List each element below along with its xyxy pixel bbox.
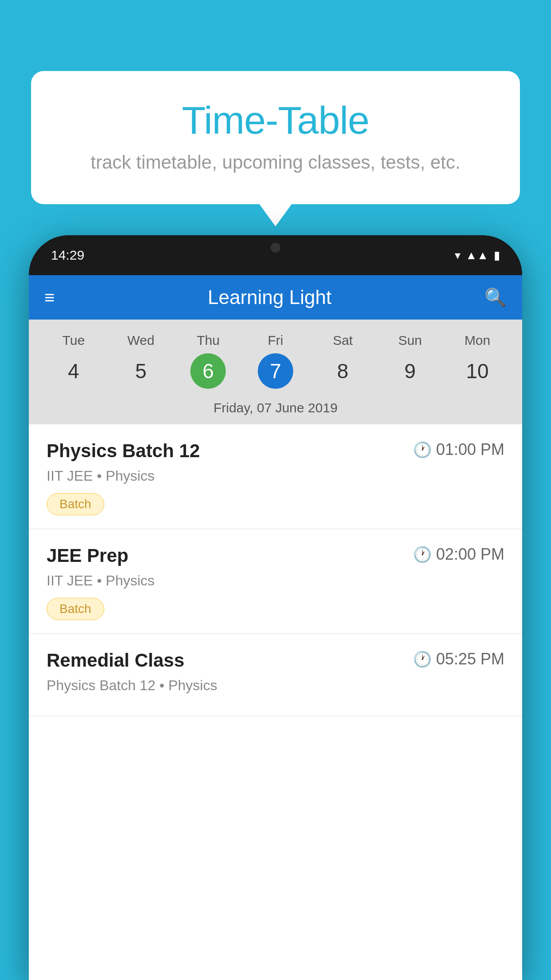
status-time: 14:29: [51, 248, 84, 263]
phone-screen: ≡ Learning Light 🔍 Tue4Wed5Thu6Fri7Sat8S…: [29, 275, 522, 980]
hamburger-icon[interactable]: ≡: [44, 288, 55, 306]
wifi-icon: ▾: [455, 249, 460, 262]
day-name: Fri: [268, 333, 283, 348]
day-name: Tue: [63, 333, 85, 348]
item-subtitle: IIT JEE • Physics: [47, 573, 504, 589]
time-text: 01:00 PM: [436, 440, 504, 459]
batch-badge: Batch: [47, 493, 104, 515]
item-title: JEE Prep: [47, 545, 128, 566]
day-number[interactable]: 5: [123, 353, 159, 389]
schedule-item[interactable]: JEE Prep🕐02:00 PMIIT JEE • PhysicsBatch: [29, 529, 522, 634]
item-subtitle: IIT JEE • Physics: [47, 468, 504, 484]
item-time: 🕐05:25 PM: [413, 650, 504, 668]
item-time: 🕐01:00 PM: [413, 440, 504, 459]
app-title: Learning Light: [68, 286, 471, 308]
day-name: Sun: [398, 333, 422, 348]
day-name: Mon: [464, 333, 490, 348]
item-subtitle: Physics Batch 12 • Physics: [47, 677, 504, 694]
schedule-item[interactable]: Remedial Class🕐05:25 PMPhysics Batch 12 …: [29, 634, 522, 716]
phone: 14:29 ▾ ▲▲ ▮ ≡ Learning Light 🔍 Tue4Wed5…: [29, 235, 522, 980]
day-col[interactable]: Mon10: [449, 333, 506, 389]
schedule-item-header: Physics Batch 12🕐01:00 PM: [47, 440, 504, 462]
time-text: 05:25 PM: [436, 650, 504, 668]
day-name: Thu: [197, 333, 220, 348]
schedule-item[interactable]: Physics Batch 12🕐01:00 PMIIT JEE • Physi…: [29, 424, 522, 529]
speech-bubble: Time-Table track timetable, upcoming cla…: [31, 71, 520, 204]
app-header: ≡ Learning Light 🔍: [29, 275, 522, 320]
day-col[interactable]: Tue4: [45, 333, 102, 389]
day-name: Sat: [333, 333, 353, 348]
camera: [271, 243, 280, 253]
day-col[interactable]: Sat8: [314, 333, 372, 389]
phone-notch: [240, 235, 311, 260]
schedule-list: Physics Batch 12🕐01:00 PMIIT JEE • Physi…: [29, 424, 522, 716]
item-title: Physics Batch 12: [47, 440, 200, 462]
day-number[interactable]: 10: [460, 353, 495, 389]
day-col[interactable]: Sun9: [381, 333, 439, 389]
day-name: Wed: [127, 333, 154, 348]
status-icons: ▾ ▲▲ ▮: [455, 249, 500, 262]
batch-badge: Batch: [47, 598, 104, 620]
item-title: Remedial Class: [47, 650, 185, 671]
clock-icon: 🕐: [413, 545, 432, 563]
time-text: 02:00 PM: [436, 545, 504, 564]
battery-icon: ▮: [494, 249, 500, 262]
calendar-header: Tue4Wed5Thu6Fri7Sat8Sun9Mon10 Friday, 07…: [29, 320, 522, 424]
day-col[interactable]: Wed5: [112, 333, 170, 389]
date-label: Friday, 07 June 2019: [29, 393, 522, 424]
bubble-subtitle: track timetable, upcoming classes, tests…: [53, 152, 498, 173]
search-icon[interactable]: 🔍: [484, 287, 507, 308]
schedule-item-header: JEE Prep🕐02:00 PM: [47, 545, 504, 566]
phone-wrap: 14:29 ▾ ▲▲ ▮ ≡ Learning Light 🔍 Tue4Wed5…: [29, 235, 522, 980]
day-col[interactable]: Fri7: [247, 333, 304, 389]
clock-icon: 🕐: [413, 650, 432, 668]
item-time: 🕐02:00 PM: [413, 545, 504, 564]
days-row: Tue4Wed5Thu6Fri7Sat8Sun9Mon10: [29, 328, 522, 393]
bubble-title: Time-Table: [53, 98, 498, 143]
day-number[interactable]: 7: [258, 353, 293, 389]
day-number[interactable]: 8: [325, 353, 361, 389]
status-bar: 14:29 ▾ ▲▲ ▮: [29, 235, 522, 275]
day-col[interactable]: Thu6: [179, 333, 237, 389]
day-number[interactable]: 6: [190, 353, 226, 389]
day-number[interactable]: 9: [392, 353, 428, 389]
day-number[interactable]: 4: [56, 353, 91, 389]
clock-icon: 🕐: [413, 441, 432, 458]
signal-icon: ▲▲: [466, 249, 488, 262]
schedule-item-header: Remedial Class🕐05:25 PM: [47, 650, 504, 671]
